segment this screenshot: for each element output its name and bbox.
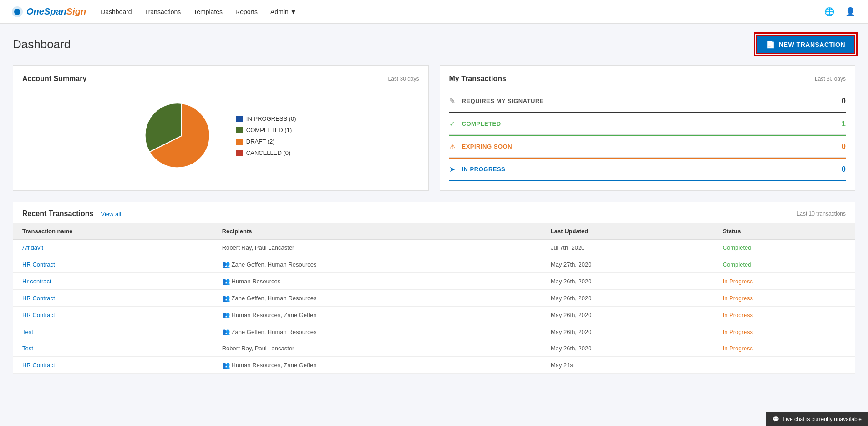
last-updated-cell: May 26th, 2020	[542, 307, 714, 323]
nav-templates[interactable]: Templates	[193, 8, 223, 15]
transaction-name-link[interactable]: Test	[22, 328, 33, 335]
stat-expiring-value: 0	[842, 143, 846, 151]
legend-item-cancelled: CANCELLED (0)	[236, 149, 296, 156]
recent-transactions-section: Recent Transactions View all Last 10 tra…	[13, 202, 855, 374]
svg-point-1	[14, 9, 20, 15]
my-transactions-header: My Transactions Last 30 days	[449, 75, 846, 83]
transaction-name-link[interactable]: HR Contract	[22, 312, 55, 318]
logo[interactable]: OneSpanSign	[11, 5, 86, 18]
stat-requires-value: 0	[842, 97, 846, 105]
nav-admin[interactable]: Admin ▼	[270, 8, 297, 15]
page-title: Dashboard	[13, 37, 71, 51]
last-updated-cell: May 21st	[542, 357, 714, 374]
logo-text: OneSpanSign	[26, 6, 86, 17]
last-updated-cell: May 27th, 2020	[542, 256, 714, 273]
legend-item-completed: COMPLETED (1)	[236, 127, 296, 133]
status-cell: Completed	[714, 240, 855, 256]
legend-label-draft: DRAFT (2)	[246, 138, 275, 145]
recipients-text: Human Resources	[232, 278, 281, 285]
check-icon: ✓	[449, 119, 462, 128]
status-cell: In Progress	[714, 307, 855, 323]
table-row: TestRobert Ray, Paul LancasterMay 26th, …	[13, 340, 855, 357]
group-icon: 👥	[222, 261, 232, 268]
col-last-updated: Last Updated	[542, 223, 714, 240]
table-row: HR Contract👥 Human Resources, Zane Geffe…	[13, 307, 855, 323]
status-cell: In Progress	[714, 340, 855, 357]
account-summary-header: Account Summary Last 30 days	[22, 75, 419, 83]
table-header-row: Transaction name Recipients Last Updated…	[13, 223, 855, 240]
status-cell	[714, 357, 855, 374]
globe-icon[interactable]: 🌐	[822, 5, 836, 19]
stat-inprogress[interactable]: ➤ IN PROGRESS 0	[449, 159, 846, 180]
recipients-cell: 👥 Zane Geffen, Human Resources	[213, 323, 542, 340]
new-transaction-button[interactable]: 📄 NEW TRANSACTION	[756, 35, 855, 54]
stat-completed-label: COMPLETED	[462, 120, 842, 127]
view-all-link[interactable]: View all	[101, 210, 122, 217]
group-icon: 👥	[222, 311, 232, 318]
recipients-cell: Robert Ray, Paul Lancaster	[213, 340, 542, 357]
recipients-text: Human Resources, Zane Geffen	[232, 312, 317, 318]
recipients-cell: 👥 Human Resources, Zane Geffen	[213, 357, 542, 374]
table-row: HR Contract👥 Human Resources, Zane Geffe…	[13, 357, 855, 374]
legend-label-completed: COMPLETED (1)	[246, 127, 292, 133]
stat-requires[interactable]: ✎ REQUIRES MY SIGNATURE 0	[449, 90, 846, 112]
transaction-name-link[interactable]: Test	[22, 345, 33, 352]
legend-item-draft: DRAFT (2)	[236, 138, 296, 145]
stat-expiring[interactable]: ⚠ EXPIRING SOON 0	[449, 136, 846, 158]
recipients-cell: 👥 Human Resources	[213, 273, 542, 290]
account-summary-title: Account Summary	[22, 75, 86, 83]
legend-label-inprogress: IN PROGRESS (0)	[246, 115, 296, 122]
last-updated-cell: May 26th, 2020	[542, 323, 714, 340]
top-nav: OneSpanSign Dashboard Transactions Templ…	[0, 0, 868, 24]
legend-color-inprogress	[236, 116, 243, 122]
stat-completed[interactable]: ✓ COMPLETED 1	[449, 113, 846, 135]
last-updated-cell: May 26th, 2020	[542, 273, 714, 290]
recipients-text: Human Resources, Zane Geffen	[232, 362, 317, 369]
my-transactions-card: My Transactions Last 30 days ✎ REQUIRES …	[440, 65, 856, 191]
recent-transactions-header: Recent Transactions View all Last 10 tra…	[13, 202, 855, 223]
pencil-icon: ✎	[449, 97, 462, 105]
account-summary-card: Account Summary Last 30 days	[13, 65, 429, 191]
account-summary-subtitle: Last 30 days	[388, 76, 419, 82]
my-transactions-subtitle: Last 30 days	[815, 76, 846, 82]
group-icon: 👥	[222, 328, 232, 335]
legend-color-draft	[236, 139, 243, 145]
legend: IN PROGRESS (0) COMPLETED (1) DRAFT (2) …	[236, 115, 296, 156]
transaction-name-link[interactable]: Hr contract	[22, 278, 51, 285]
recipients-cell: 👥 Zane Geffen, Human Resources	[213, 290, 542, 307]
group-icon: 👥	[222, 294, 232, 302]
nav-dashboard[interactable]: Dashboard	[101, 8, 132, 15]
recent-transactions-table: Transaction name Recipients Last Updated…	[13, 223, 855, 374]
my-transactions-title: My Transactions	[449, 75, 506, 83]
recipients-cell: 👥 Zane Geffen, Human Resources	[213, 256, 542, 273]
status-cell: Completed	[714, 256, 855, 273]
transaction-name-link[interactable]: Affidavit	[22, 244, 43, 251]
pie-chart	[145, 99, 218, 172]
nav-reports[interactable]: Reports	[235, 8, 258, 15]
new-transaction-icon: 📄	[766, 40, 776, 49]
recent-title-group: Recent Transactions View all	[22, 210, 121, 218]
legend-color-cancelled	[236, 150, 243, 156]
recipients-text: Robert Ray, Paul Lancaster	[222, 345, 294, 352]
recipients-cell: 👥 Human Resources, Zane Geffen	[213, 307, 542, 323]
nav-transactions[interactable]: Transactions	[145, 8, 181, 15]
last-updated-cell: Jul 7th, 2020	[542, 240, 714, 256]
dashboard-columns: Account Summary Last 30 days	[13, 65, 855, 191]
table-row: HR Contract👥 Zane Geffen, Human Resource…	[13, 256, 855, 273]
col-status: Status	[714, 223, 855, 240]
recipients-text: Robert Ray, Paul Lancaster	[222, 244, 294, 251]
user-icon[interactable]: 👤	[843, 5, 857, 19]
col-recipients: Recipients	[213, 223, 542, 240]
transaction-name-link[interactable]: HR Contract	[22, 295, 55, 302]
col-transaction-name: Transaction name	[13, 223, 213, 240]
recipients-cell: Robert Ray, Paul Lancaster	[213, 240, 542, 256]
transaction-name-link[interactable]: HR Contract	[22, 362, 55, 369]
main-content: Dashboard 📄 NEW TRANSACTION Account Summ…	[0, 24, 868, 385]
transaction-name-link[interactable]: HR Contract	[22, 261, 55, 268]
send-icon: ➤	[449, 165, 462, 174]
chevron-down-icon: ▼	[290, 8, 297, 15]
header-row: Dashboard 📄 NEW TRANSACTION	[13, 35, 855, 54]
nav-icons: 🌐 👤	[822, 5, 857, 19]
table-row: Hr contract👥 Human ResourcesMay 26th, 20…	[13, 273, 855, 290]
status-cell: In Progress	[714, 273, 855, 290]
